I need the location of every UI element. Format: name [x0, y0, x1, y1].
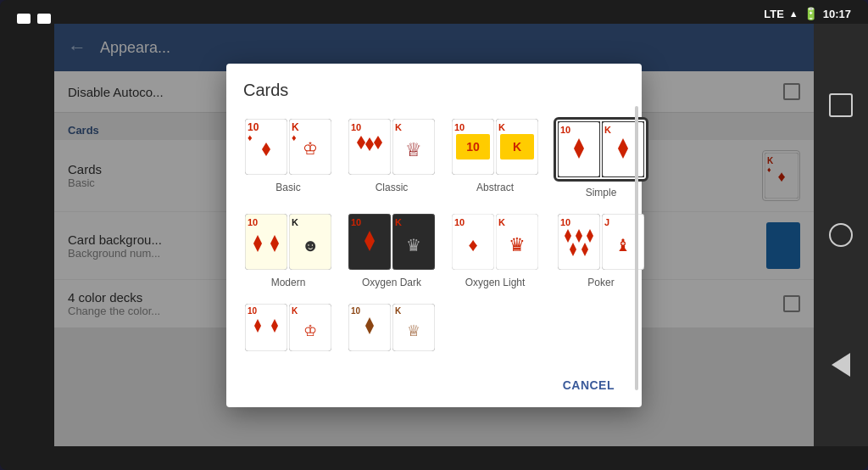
svg-text:10: 10 [248, 306, 258, 316]
oxygen-light-card-pair: 10 ♦ K ♛ [450, 212, 540, 271]
cancel-button[interactable]: CANCEL [549, 370, 628, 400]
poker-card-pair: 10 J ♝ [556, 212, 646, 271]
classic-label: Classic [376, 182, 409, 193]
cards-dialog: Cards 10 ♦ K ♦ [226, 64, 642, 407]
oxygen-dark-label: Oxygen Dark [362, 277, 421, 288]
svg-text:10: 10 [351, 122, 361, 132]
svg-text:K: K [395, 217, 402, 227]
svg-text:K: K [395, 306, 402, 316]
svg-text:♦: ♦ [468, 234, 477, 255]
oxygen-light-label: Oxygen Light [465, 277, 526, 288]
svg-text:K: K [513, 140, 521, 154]
poker-label: Poker [587, 277, 614, 288]
svg-text:♕: ♕ [405, 139, 422, 160]
basic-label: Basic [275, 182, 300, 193]
card-option-extra2[interactable]: 10 K ♕ [343, 299, 440, 356]
modern-card-pair: 10 K ☻ [243, 212, 333, 271]
modal-scrollbar[interactable] [635, 106, 638, 390]
classic-card-pair: 10 K ♕ [347, 117, 437, 176]
circle-nav-icon[interactable] [829, 223, 853, 247]
card-option-oxygen-dark[interactable]: 10 K ♛ Oxygen Dark [343, 209, 440, 292]
svg-text:10: 10 [454, 217, 465, 227]
card-option-modern[interactable]: 10 K ☻ Modern [240, 209, 337, 292]
svg-text:K: K [604, 125, 611, 135]
signal-icon: ▲ [789, 8, 798, 19]
phone-frame: LTE ▲ 🔋 10:17 ← Appeara... Disable Autoc… [0, 0, 868, 470]
svg-text:♦: ♦ [248, 132, 253, 143]
oxygen-dark-card-pair: 10 K ♛ [347, 212, 437, 271]
svg-text:♛: ♛ [406, 236, 421, 255]
svg-text:10: 10 [454, 122, 465, 132]
svg-text:♦: ♦ [292, 132, 297, 143]
card-option-classic[interactable]: 10 K ♕ Classic [343, 114, 440, 202]
svg-text:10: 10 [560, 217, 570, 227]
modal-actions: CANCEL [240, 363, 628, 400]
back-nav-icon[interactable] [832, 353, 850, 377]
card-option-abstract[interactable]: 10 10 K K Abstract [447, 114, 543, 202]
svg-text:♔: ♔ [303, 139, 318, 158]
square-nav-icon[interactable] [829, 93, 853, 117]
svg-text:K: K [292, 217, 298, 227]
svg-text:K: K [395, 122, 402, 132]
svg-text:10: 10 [560, 125, 570, 135]
sim-icon [17, 14, 31, 24]
modal-title: Cards [240, 81, 628, 100]
abstract-label: Abstract [476, 182, 514, 193]
simple-label: Simple [586, 187, 617, 199]
svg-text:K: K [292, 121, 299, 133]
svg-text:10: 10 [248, 121, 259, 133]
status-bar: LTE ▲ 🔋 10:17 [764, 7, 851, 20]
abstract-card-pair: 10 10 K K [450, 117, 540, 176]
svg-text:K: K [498, 122, 505, 132]
svg-text:10: 10 [248, 217, 258, 227]
basic-card-pair: 10 ♦ K ♦ ♔ [243, 117, 333, 176]
svg-text:J: J [604, 217, 609, 227]
svg-text:K: K [498, 217, 505, 227]
status-icons-left [17, 7, 51, 24]
card-option-basic[interactable]: 10 ♦ K ♦ ♔ Basic [240, 114, 337, 202]
svg-text:K: K [292, 306, 298, 316]
extra1-pair: 10 K ♔ [243, 302, 333, 353]
notification-icon [37, 14, 51, 24]
extra2-pair: 10 K ♕ [347, 302, 437, 353]
svg-text:10: 10 [351, 217, 361, 227]
card-option-oxygen-light[interactable]: 10 ♦ K ♛ Oxygen Light [447, 209, 543, 292]
svg-text:☻: ☻ [301, 236, 319, 255]
battery-icon: 🔋 [804, 7, 818, 20]
card-option-extra1[interactable]: 10 K ♔ [240, 299, 337, 356]
lte-label: LTE [764, 8, 784, 20]
time-display: 10:17 [823, 8, 851, 20]
modern-label: Modern [271, 277, 306, 288]
svg-text:♛: ♛ [509, 234, 526, 255]
svg-text:10: 10 [351, 306, 361, 316]
svg-text:♔: ♔ [303, 322, 317, 339]
cards-options-grid: 10 ♦ K ♦ ♔ Basic [240, 114, 628, 292]
svg-text:♝: ♝ [615, 236, 631, 255]
extra-cards-row: 10 K ♔ [240, 299, 628, 356]
svg-text:10: 10 [466, 140, 480, 154]
navigation-bar [814, 24, 868, 446]
svg-text:♕: ♕ [407, 322, 420, 339]
modal-overlay: Cards 10 ♦ K ♦ [54, 24, 814, 446]
